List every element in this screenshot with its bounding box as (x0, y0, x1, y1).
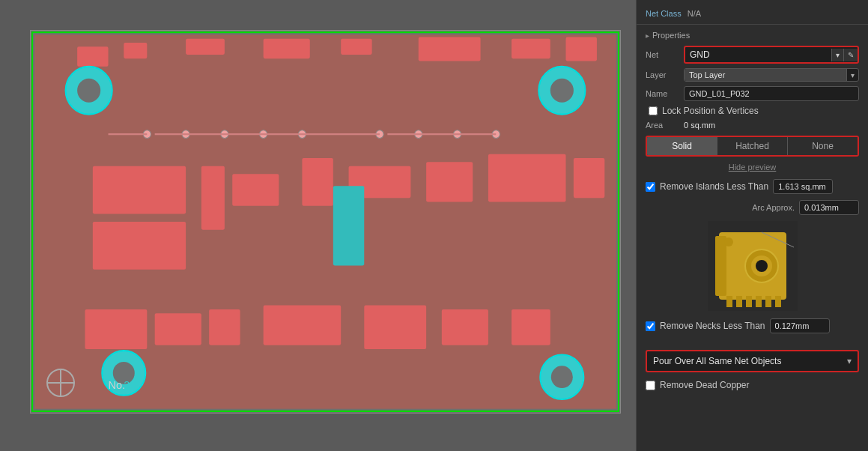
layer-dropdown-icon[interactable]: ▾ (847, 70, 858, 81)
arc-approx-input[interactable] (799, 200, 859, 215)
svg-text:2: 2 (124, 379, 130, 391)
remove-necks-checkbox[interactable] (646, 321, 655, 331)
svg-rect-8 (419, 37, 481, 61)
svg-rect-3 (77, 46, 108, 67)
net-input[interactable] (685, 47, 831, 62)
pour-over-arrow-icon: ▾ (841, 353, 858, 369)
arc-approx-label: Arc Approx. (752, 203, 795, 212)
svg-rect-60 (726, 296, 732, 307)
svg-rect-64 (765, 296, 771, 307)
svg-rect-29 (364, 306, 426, 349)
svg-rect-4 (124, 43, 147, 58)
pcb-board[interactable]: No. 2 (30, 30, 621, 414)
properties-content: Properties Net ▾ ✎ Layer Top Layer ▾ Nam… (637, 25, 868, 347)
pour-over-wrapper: Pour Over All Same Net Objects Do Not Po… (646, 350, 859, 372)
arc-approx-row: Arc Approx. (646, 200, 859, 215)
remove-islands-label: Remove Islands Less Than (660, 181, 768, 192)
hide-preview-link[interactable]: Hide preview (646, 163, 859, 172)
name-row: Name (646, 86, 859, 101)
net-class-section: Net Class N/A (637, 0, 868, 25)
svg-rect-26 (155, 313, 201, 345)
svg-rect-19 (302, 158, 333, 206)
svg-rect-30 (442, 309, 488, 345)
svg-rect-24 (333, 186, 364, 265)
svg-rect-27 (209, 309, 240, 345)
area-row: Area 0 sq.mm (646, 121, 859, 130)
net-dropdown-button[interactable]: ▾ (831, 49, 843, 61)
svg-point-59 (756, 260, 768, 272)
svg-rect-63 (756, 296, 762, 307)
remove-necks-label: Remove Necks Less Than (660, 321, 765, 331)
svg-rect-56 (715, 236, 726, 296)
remove-dead-copper-label: Remove Dead Copper (660, 380, 749, 390)
properties-panel: Net Class N/A Properties Net ▾ ✎ Layer T… (636, 0, 868, 451)
component-preview (646, 221, 859, 311)
remove-necks-input[interactable] (770, 318, 830, 333)
remove-islands-checkbox[interactable] (646, 182, 655, 192)
properties-section-header: Properties (646, 31, 859, 40)
svg-rect-16 (93, 222, 186, 270)
net-edit-button[interactable]: ✎ (843, 49, 858, 61)
pcb-traces-svg: No. 2 (31, 31, 620, 413)
svg-rect-21 (426, 162, 473, 202)
svg-point-35 (551, 366, 573, 388)
svg-text:No.: No. (109, 379, 126, 391)
component-preview-svg (708, 221, 798, 311)
svg-rect-15 (93, 166, 186, 214)
svg-rect-31 (512, 309, 550, 345)
net-label: Net (646, 50, 679, 59)
name-label: Name (646, 89, 679, 98)
svg-rect-61 (736, 296, 742, 307)
svg-point-14 (550, 79, 574, 103)
svg-point-12 (77, 79, 100, 103)
svg-rect-22 (488, 154, 566, 202)
fill-none-button[interactable]: None (787, 137, 858, 155)
fill-solid-button[interactable]: Solid (647, 137, 717, 155)
remove-islands-input[interactable] (773, 179, 833, 194)
svg-rect-18 (232, 174, 279, 206)
pcb-canvas-area: No. 2 (0, 0, 636, 451)
svg-rect-28 (264, 306, 342, 345)
remove-dead-copper-checkbox[interactable] (646, 381, 655, 390)
svg-rect-65 (775, 296, 781, 307)
svg-point-66 (724, 237, 733, 246)
area-value: 0 sq.mm (684, 121, 715, 130)
pour-over-select[interactable]: Pour Over All Same Net Objects Do Not Po… (647, 351, 841, 371)
svg-rect-10 (566, 37, 597, 61)
name-input[interactable] (684, 86, 859, 101)
fill-hatched-button[interactable]: Hatched (717, 137, 787, 155)
svg-rect-62 (746, 296, 752, 307)
svg-rect-9 (512, 39, 550, 59)
fill-style-buttons: Solid Hatched None (646, 136, 859, 157)
lock-checkbox-row: Lock Position & Vertices (646, 106, 859, 116)
net-class-value: N/A (688, 9, 701, 18)
svg-rect-25 (85, 309, 147, 349)
lock-checkbox[interactable] (649, 106, 658, 115)
layer-row: Layer Top Layer ▾ (646, 68, 859, 82)
svg-rect-6 (264, 39, 310, 59)
layer-label: Layer (646, 70, 679, 79)
svg-rect-23 (574, 158, 604, 198)
net-class-label: Net Class (646, 9, 682, 18)
remove-necks-row: Remove Necks Less Than (646, 318, 859, 333)
svg-rect-17 (201, 166, 225, 230)
remove-dead-copper-row: Remove Dead Copper (637, 377, 868, 393)
net-input-wrapper: ▾ ✎ (684, 46, 859, 64)
svg-rect-5 (186, 39, 225, 55)
svg-rect-7 (341, 39, 371, 55)
area-label: Area (646, 121, 679, 130)
layer-select-wrapper: Top Layer ▾ (684, 68, 859, 82)
net-row: Net ▾ ✎ (646, 46, 859, 64)
layer-value: Top Layer (685, 69, 847, 81)
lock-label: Lock Position & Vertices (662, 106, 759, 116)
remove-islands-row: Remove Islands Less Than (646, 179, 859, 194)
origin-marker (46, 368, 76, 398)
